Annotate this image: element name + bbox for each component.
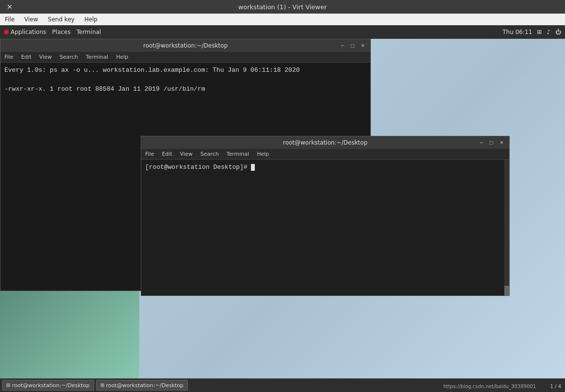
terminal-1-controls: − □ × xyxy=(339,42,366,49)
virt-viewer-close-button[interactable]: ✕ xyxy=(4,2,16,12)
t2-menu-terminal[interactable]: Terminal xyxy=(225,150,251,158)
gnome-panel: Applications Places Terminal Thu 06:11 ⊞… xyxy=(0,25,565,39)
terminal-2-scrollbar-thumb[interactable] xyxy=(504,286,509,295)
virt-viewer-title: workstation (1) - Virt Viewer xyxy=(238,3,327,11)
t2-menu-search[interactable]: Search xyxy=(199,150,221,158)
volume-icon[interactable]: ♪ xyxy=(547,29,550,35)
desktop-bg-accent xyxy=(0,281,139,378)
terminal-1-title: root@workstation:~/Desktop xyxy=(143,42,228,49)
terminal-1-line1: Every 1.0s: ps ax -o u... workstation.la… xyxy=(4,65,366,75)
terminal-1-maximize[interactable]: □ xyxy=(349,42,356,49)
terminal-2-cursor xyxy=(251,164,255,171)
terminal-1-menubar: File Edit View Search Terminal Help xyxy=(0,52,370,63)
taskbar-item-2[interactable]: root@workstation:~/Desktop xyxy=(96,380,188,391)
applications-menu[interactable]: Applications xyxy=(4,29,46,35)
virt-menu-file[interactable]: File xyxy=(2,15,17,24)
taskbar-item-2-label: root@workstation:~/Desktop xyxy=(106,382,184,389)
t1-menu-view[interactable]: View xyxy=(37,53,54,61)
watermark-text: https://blog.csdn.net/baidu_30389001 xyxy=(443,384,536,389)
terminal-2-titlebar: root@workstation:~/Desktop − □ × xyxy=(141,136,509,149)
gnome-logo xyxy=(4,30,9,34)
terminal-2-controls: − □ × xyxy=(478,139,505,147)
t2-menu-file[interactable]: File xyxy=(143,150,156,158)
taskbar-item-2-icon xyxy=(100,383,104,387)
terminal-2-scrollbar[interactable] xyxy=(504,160,509,295)
places-menu[interactable]: Places xyxy=(52,29,70,35)
display-icon[interactable]: ⊞ xyxy=(537,29,542,35)
t1-menu-file[interactable]: File xyxy=(2,53,15,61)
terminal-1-line2: -rwxr-xr-x. 1 root root 88584 Jan 11 201… xyxy=(4,84,366,94)
terminal-1-minimize[interactable]: − xyxy=(339,42,346,49)
t2-menu-view[interactable]: View xyxy=(178,150,195,158)
taskbar-item-1-label: root@workstation:~/Desktop xyxy=(12,382,90,389)
terminal-2-close[interactable]: × xyxy=(498,139,505,147)
terminal-1-content[interactable]: Every 1.0s: ps ax -o u... workstation.la… xyxy=(0,63,370,97)
virt-viewer-titlebar: workstation (1) - Virt Viewer ✕ xyxy=(0,0,565,14)
t1-menu-search[interactable]: Search xyxy=(58,53,80,61)
power-icon[interactable]: ⏻ xyxy=(555,29,561,35)
terminal-2-minimize[interactable]: − xyxy=(478,139,485,147)
terminal-window-2: root@workstation:~/Desktop − □ × File Ed… xyxy=(141,136,510,296)
t1-menu-edit[interactable]: Edit xyxy=(19,53,33,61)
terminal-2-prompt: [root@workstation Desktop]# xyxy=(145,163,251,171)
t2-menu-help[interactable]: Help xyxy=(255,150,271,158)
virt-viewer-menubar: File View Send key Help xyxy=(0,14,565,25)
virt-menu-sendkey[interactable]: Send key xyxy=(45,15,78,24)
taskbar-item-1-icon xyxy=(6,383,10,387)
taskbar: root@workstation:~/Desktop root@workstat… xyxy=(0,378,565,392)
taskbar-item-1[interactable]: root@workstation:~/Desktop xyxy=(2,380,94,391)
terminal-1-close[interactable]: × xyxy=(359,42,366,49)
t2-menu-edit[interactable]: Edit xyxy=(160,150,174,158)
terminal-menu[interactable]: Terminal xyxy=(76,29,101,35)
terminal-1-titlebar: root@workstation:~/Desktop − □ × xyxy=(0,39,370,52)
terminal-2-title: root@workstation:~/Desktop xyxy=(283,139,367,146)
virt-menu-help[interactable]: Help xyxy=(82,15,100,24)
terminal-2-content[interactable]: [root@workstation Desktop]# xyxy=(141,160,509,175)
t1-menu-help[interactable]: Help xyxy=(114,53,130,61)
desktop: Trash root@workstation:~/Desktop − □ × F… xyxy=(0,39,565,378)
t1-menu-terminal[interactable]: Terminal xyxy=(84,53,111,61)
terminal-2-menubar: File Edit View Search Terminal Help xyxy=(141,149,509,160)
terminal-2-maximize[interactable]: □ xyxy=(488,139,495,147)
virt-menu-view[interactable]: View xyxy=(21,15,41,24)
clock-display: Thu 06:11 xyxy=(502,29,532,35)
page-indicator: 1 / 4 xyxy=(550,384,561,389)
